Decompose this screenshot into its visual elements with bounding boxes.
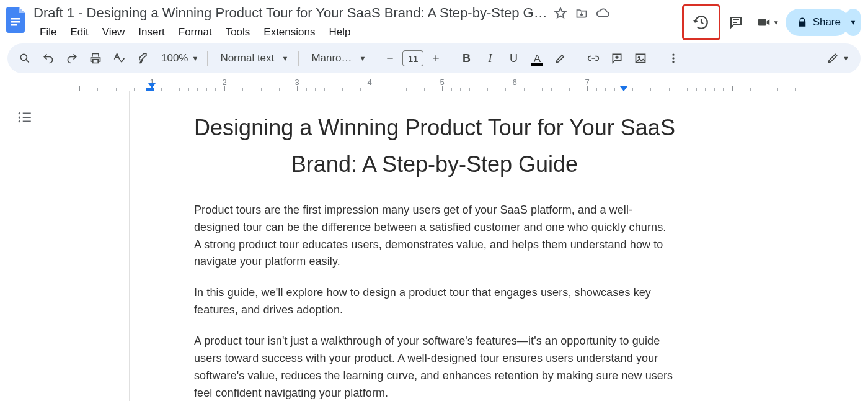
menu-insert[interactable]: Insert <box>132 24 171 41</box>
ruler-label: 7 <box>585 78 589 87</box>
font-size-input[interactable]: 11 <box>402 50 423 66</box>
svg-rect-0 <box>11 18 20 20</box>
menu-view[interactable]: View <box>96 24 131 41</box>
undo-button[interactable] <box>37 47 60 70</box>
svg-point-9 <box>19 112 20 114</box>
toolbar: 100% ▼ Normal text ▼ Manro… ▼ 11 B I <box>7 43 861 73</box>
horizontal-ruler[interactable]: 1234567 <box>50 76 868 91</box>
svg-point-3 <box>20 54 27 60</box>
doc-paragraph[interactable]: Product tours are the first impression m… <box>194 202 675 271</box>
ruler-label: 5 <box>440 78 444 87</box>
font-family-select[interactable]: Manro… ▼ <box>304 52 371 65</box>
menu-help[interactable]: Help <box>322 24 356 41</box>
insert-image-button[interactable] <box>629 47 652 70</box>
search-button[interactable] <box>14 47 36 70</box>
svg-point-6 <box>673 54 675 56</box>
bold-button[interactable]: B <box>455 47 477 70</box>
svg-rect-2 <box>11 24 17 26</box>
doc-paragraph[interactable]: A product tour isn't just a walkthrough … <box>194 333 675 401</box>
svg-point-11 <box>19 120 20 122</box>
chevron-down-icon: ▼ <box>773 19 779 26</box>
add-comment-button[interactable] <box>606 47 628 70</box>
print-button[interactable] <box>84 47 107 70</box>
redo-button[interactable] <box>61 47 83 70</box>
work-area: Designing a Winning Product Tour for You… <box>0 91 868 401</box>
ruler-label: 6 <box>512 78 516 87</box>
menu-format[interactable]: Format <box>172 24 218 41</box>
highlight-box <box>684 6 719 38</box>
chevron-down-icon: ▼ <box>843 55 849 62</box>
spellcheck-button[interactable] <box>108 47 130 70</box>
highlight-color-button[interactable] <box>549 47 572 70</box>
paragraph-style-label: Normal text <box>220 52 274 65</box>
font-family-label: Manro… <box>311 52 352 65</box>
increase-font-size-button[interactable] <box>427 47 445 70</box>
document-title[interactable]: Draft 1 - Designing a Winning Product To… <box>33 5 548 21</box>
font-size-value: 11 <box>408 53 418 64</box>
decrease-font-size-button[interactable] <box>381 47 399 70</box>
menu-tools[interactable]: Tools <box>219 24 257 41</box>
zoom-select[interactable]: 100% ▼ <box>155 52 202 65</box>
version-history-button[interactable] <box>689 10 714 35</box>
paint-format-button[interactable] <box>131 47 154 70</box>
doc-paragraph[interactable]: In this guide, we'll explore how to desi… <box>194 284 675 319</box>
paragraph-style-select[interactable]: Normal text ▼ <box>213 52 293 65</box>
svg-point-7 <box>673 57 675 59</box>
svg-rect-1 <box>11 21 20 23</box>
menu-extensions[interactable]: Extensions <box>257 24 321 41</box>
comments-button[interactable] <box>721 7 751 37</box>
pencil-icon <box>826 52 839 65</box>
editing-mode-button[interactable]: ▼ <box>822 52 854 65</box>
ruler-row: 1234567 <box>0 76 868 91</box>
share-dropdown[interactable]: ▼ <box>846 9 861 36</box>
app-root: Draft 1 - Designing a Winning Product To… <box>0 0 868 401</box>
svg-point-5 <box>638 56 640 58</box>
share-label: Share <box>813 16 841 29</box>
cloud-status-icon[interactable] <box>594 4 611 22</box>
title-bar: Draft 1 - Designing a Winning Product To… <box>0 0 868 41</box>
svg-point-8 <box>673 61 675 63</box>
more-toolbar-button[interactable] <box>662 47 684 70</box>
chevron-down-icon: ▼ <box>192 55 198 62</box>
document-page[interactable]: Designing a Winning Product Tour for You… <box>129 91 740 401</box>
move-icon[interactable] <box>573 4 590 22</box>
docs-logo-icon[interactable] <box>4 4 29 36</box>
share-button[interactable]: Share <box>786 9 849 36</box>
ruler-label: 4 <box>367 78 371 87</box>
lock-icon <box>797 17 808 28</box>
menu-file[interactable]: File <box>33 24 63 41</box>
italic-button[interactable]: I <box>479 47 501 70</box>
ruler-label: 2 <box>222 78 226 87</box>
star-icon[interactable] <box>552 4 569 22</box>
chevron-down-icon: ▼ <box>281 55 288 62</box>
zoom-value: 100% <box>161 52 188 65</box>
menu-bar: File Edit View Insert Format Tools Exten… <box>33 24 611 41</box>
title-actions: ▼ Share ▼ <box>684 4 861 41</box>
svg-point-10 <box>19 116 20 118</box>
menu-edit[interactable]: Edit <box>64 24 94 41</box>
doc-heading[interactable]: Designing a Winning Product Tour for You… <box>194 109 675 183</box>
ruler-label: 3 <box>294 78 299 87</box>
document-outline-button[interactable] <box>17 109 33 125</box>
underline-button[interactable]: U <box>502 47 525 70</box>
text-color-button[interactable]: A <box>526 47 548 70</box>
insert-link-button[interactable] <box>582 47 604 70</box>
chevron-down-icon: ▼ <box>359 55 366 62</box>
meet-button[interactable]: ▼ <box>753 7 783 37</box>
